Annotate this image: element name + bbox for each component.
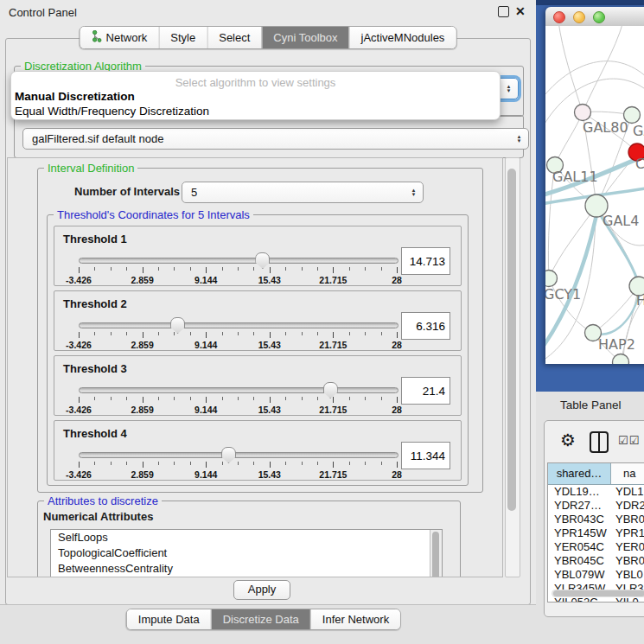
cell-name[interactable]: YPR1 bbox=[610, 526, 644, 540]
column-header-shared-name[interactable]: shared… bbox=[548, 463, 611, 484]
table-row[interactable]: YDL19…YDL1 bbox=[548, 485, 644, 499]
number-of-intervals-combobox[interactable]: 5 ▲▼ bbox=[182, 182, 424, 203]
attributes-group-label: Attributes to discretize bbox=[44, 494, 162, 507]
threshold-value-field[interactable] bbox=[401, 442, 450, 469]
tab-style[interactable]: Style bbox=[158, 27, 207, 48]
tab-network[interactable]: Network bbox=[80, 27, 159, 48]
thresholds-host: Threshold 1 -3.4262.8599.14415.4321.7152… bbox=[54, 226, 462, 485]
cell-shared-name[interactable]: YDL19… bbox=[548, 485, 610, 499]
attribute-item-betweennesscentrality[interactable]: BetweennessCentrality bbox=[51, 561, 442, 577]
cell-name[interactable]: YDR2 bbox=[610, 499, 644, 513]
slider-track[interactable] bbox=[79, 452, 399, 458]
screen: Control Panel ✕ NetworkStyleSelectCyni T… bbox=[0, 0, 644, 644]
column-header-name[interactable]: na bbox=[611, 463, 644, 484]
zoom-traffic-light-icon[interactable] bbox=[593, 11, 605, 23]
scrollbar-thumb[interactable] bbox=[507, 169, 516, 511]
columns-icon[interactable] bbox=[590, 431, 609, 453]
combo-stepper-icon[interactable]: ▲▼ bbox=[408, 184, 419, 201]
node-gcy1[interactable] bbox=[545, 271, 558, 287]
cell-name[interactable]: YBR0 bbox=[610, 554, 644, 568]
table-horizontal-scrollbar[interactable] bbox=[552, 590, 644, 597]
threshold-value-field[interactable] bbox=[401, 247, 450, 275]
minimize-traffic-light-icon[interactable] bbox=[573, 11, 585, 23]
attributes-group: Attributes to discretize Numerical Attri… bbox=[37, 501, 461, 577]
cell-shared-name[interactable]: YBR043C bbox=[548, 513, 610, 526]
cell-shared-name[interactable]: YPR145W bbox=[548, 526, 610, 540]
table-row[interactable]: YDR27…YDR2 bbox=[548, 499, 644, 513]
table-panel-title: Table Panel bbox=[560, 399, 622, 411]
cell-shared-name[interactable]: YBR045C bbox=[548, 554, 610, 568]
gear-icon[interactable]: ⚙ bbox=[560, 430, 576, 450]
table-toolbar: ⚙ ☑☑ bbox=[545, 421, 644, 461]
tab-discretize-data[interactable]: Discretize Data bbox=[211, 609, 310, 629]
tab-jactivemnodules[interactable]: jActiveMNodules bbox=[349, 27, 456, 48]
numerical-attributes-label: Numerical Attributes bbox=[43, 510, 153, 523]
attributes-scrollbar[interactable] bbox=[430, 530, 442, 577]
attribute-item-topologicalcoefficient[interactable]: TopologicalCoefficient bbox=[51, 545, 442, 561]
threshold-slider[interactable]: -3.4262.8599.14415.4321.71528 bbox=[79, 387, 397, 413]
table-row[interactable]: YER054CYER0 bbox=[548, 540, 644, 554]
slider-ticks bbox=[79, 267, 397, 274]
cell-shared-name[interactable]: YBL079W bbox=[548, 568, 610, 582]
cell-name[interactable]: YDL1 bbox=[610, 485, 644, 499]
slider-track[interactable] bbox=[79, 258, 399, 264]
cell-shared-name[interactable]: YDR27… bbox=[548, 499, 610, 513]
node-gal80[interactable] bbox=[575, 105, 591, 121]
tab-label: Infer Network bbox=[322, 613, 389, 626]
settings-vertical-scrollbar[interactable] bbox=[505, 157, 520, 577]
tab-cyni-toolbox[interactable]: Cyni Toolbox bbox=[261, 27, 348, 48]
float-window-icon[interactable] bbox=[498, 6, 509, 17]
control-panel-title: Control Panel bbox=[9, 6, 77, 19]
threshold-value-field[interactable] bbox=[401, 312, 450, 340]
checkbox-icons[interactable]: ☑☑ bbox=[618, 434, 640, 447]
slider-track[interactable] bbox=[79, 387, 399, 393]
tab-label: Select bbox=[219, 31, 250, 44]
table-row[interactable]: YPR145WYPR1 bbox=[548, 526, 644, 540]
algorithm-option-manual-discretization[interactable]: Manual Discretization bbox=[11, 89, 500, 104]
close-icon[interactable]: ✕ bbox=[515, 4, 526, 18]
threshold-value-field[interactable] bbox=[401, 377, 450, 405]
cell-name[interactable]: YBR0 bbox=[610, 513, 644, 526]
interval-definition-group-label: Interval Definition bbox=[44, 162, 137, 175]
top-tab-bar: NetworkStyleSelectCyni ToolboxjActiveMNo… bbox=[80, 26, 457, 49]
table-rows: YDL19…YDL1YDR27…YDR2YBR043CYBR0YPR145WYP… bbox=[548, 485, 644, 603]
attribute-item-selfloops[interactable]: SelfLoops bbox=[51, 530, 442, 545]
table-row[interactable]: YBR043CYBR0 bbox=[548, 513, 644, 526]
thresholds-group-label: Threshold's Coordinates for 5 Intervals bbox=[54, 208, 253, 221]
slider-ticks bbox=[79, 462, 397, 469]
attribute-items: SelfLoopsTopologicalCoefficientBetweenne… bbox=[51, 530, 442, 577]
table-row[interactable]: YBR045CYBR0 bbox=[548, 554, 644, 568]
threshold-label: Threshold 3 bbox=[63, 362, 127, 375]
slider-scale-labels: -3.4262.8599.14415.4321.71528 bbox=[79, 469, 397, 480]
tab-infer-network[interactable]: Infer Network bbox=[310, 609, 400, 629]
algorithm-option-equal-width-frequency-discretization[interactable]: Equal Width/Frequency Discretization bbox=[11, 104, 500, 118]
network-canvas[interactable]: GAL80 GA C GAL11 GAL4 GCY1 H HAP2 bbox=[545, 26, 644, 364]
tab-label: Cyni Toolbox bbox=[273, 31, 337, 44]
apply-button[interactable]: Apply bbox=[233, 580, 290, 600]
node-label-partial-c: C bbox=[635, 156, 644, 172]
combo-stepper-icon[interactable]: ▲▼ bbox=[513, 131, 525, 147]
control-panel: Control Panel ✕ NetworkStyleSelectCyni T… bbox=[0, 0, 536, 644]
table-data-combobox[interactable]: galFiltered.sif default node ▲▼ bbox=[22, 128, 529, 150]
close-traffic-light-icon[interactable] bbox=[553, 11, 565, 23]
node-partial-bottom[interactable] bbox=[613, 354, 629, 365]
tab-select[interactable]: Select bbox=[207, 27, 261, 48]
cell-name[interactable]: YER0 bbox=[610, 540, 644, 554]
threshold-slider[interactable]: -3.4262.8599.14415.4321.71528 bbox=[79, 258, 397, 284]
threshold-panel: Threshold 3 -3.4262.8599.14415.4321.7152… bbox=[54, 355, 462, 416]
slider-track[interactable] bbox=[79, 322, 399, 328]
threshold-slider[interactable]: -3.4262.8599.14415.4321.71528 bbox=[79, 322, 397, 348]
combo-stepper-icon[interactable]: ▲▼ bbox=[503, 80, 514, 97]
network-window-titlebar bbox=[545, 7, 644, 27]
threshold-slider[interactable]: -3.4262.8599.14415.4321.71528 bbox=[79, 452, 397, 478]
tab-impute-data[interactable]: Impute Data bbox=[127, 609, 211, 629]
numerical-attributes-list[interactable]: SelfLoopsTopologicalCoefficientBetweenne… bbox=[50, 529, 443, 577]
threshold-label: Threshold 4 bbox=[63, 427, 127, 440]
bottom-tab-bar: Impute DataDiscretize DataInfer Network bbox=[126, 609, 401, 630]
node-label-gcy1: GCY1 bbox=[545, 286, 581, 303]
right-panel: GAL80 GA C GAL11 GAL4 GCY1 H HAP2 Table … bbox=[536, 0, 644, 644]
cell-shared-name[interactable]: YER054C bbox=[548, 540, 610, 554]
table-row[interactable]: YBL079WYBL0 bbox=[548, 568, 644, 582]
node-label-partial-ga: GA bbox=[633, 123, 644, 139]
cell-name[interactable]: YBL0 bbox=[610, 568, 644, 582]
